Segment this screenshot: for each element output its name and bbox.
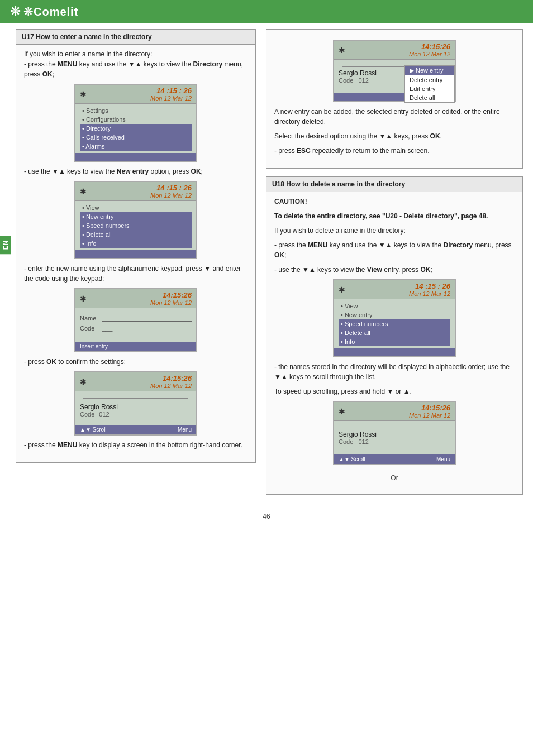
screen-u18-1-body: • View • New entry • Speed numbers • Del…	[334, 299, 455, 348]
u18-menu-speed: • Speed numbers	[339, 319, 450, 328]
screen-4-header: ✱ 14:15:26 Mon 12 Mar 12	[75, 372, 196, 391]
screen-4-footer: ▲▼ Scroll Menu	[75, 425, 196, 434]
screen-2: ✱ 14 :15 : 26 Mon 12 Mar 12 • View • New…	[74, 181, 197, 259]
screen-1-body: • Settings • Configurations • Directory …	[75, 104, 196, 153]
screen-3-header: ✱ 14:15:26 Mon 12 Mar 12	[75, 289, 196, 308]
u18-step1: - press the MENU key and use the ▼▲ keys…	[274, 240, 515, 260]
menu-alarms: • Alarms	[80, 142, 192, 151]
u18-menu-view: • View	[339, 302, 450, 310]
screen-4: ✱ 14:15:26 Mon 12 Mar 12 Sergio Rossi Co…	[74, 371, 197, 436]
u18-menu-new: • New entry	[339, 310, 450, 319]
section-u17: U17 How to enter a name in the directory…	[16, 29, 256, 463]
screen-3-body: Name Code ___	[75, 308, 196, 342]
screen-4-body: Sergio Rossi Code 012	[75, 391, 196, 425]
menu2-delete-all: • Delete all	[80, 230, 192, 239]
step3-para: - enter the new name using the alphanume…	[24, 264, 248, 284]
right-para1: A new entry can be added, the selected e…	[274, 107, 515, 127]
menu-settings: • Settings	[80, 106, 192, 115]
section-right-top: ✱ 14:15:26 Mon 12 Mar 12 Sergio Rossi	[266, 29, 523, 169]
right-column: ✱ 14:15:26 Mon 12 Mar 12 Sergio Rossi	[266, 29, 523, 503]
screen-with-menu: ✱ 14:15:26 Mon 12 Mar 12 Sergio Rossi	[333, 40, 456, 102]
menu-configurations: • Configurations	[80, 115, 192, 124]
menu2-speed-numbers: • Speed numbers	[80, 221, 192, 230]
screen-u18-1: ✱ 14 :15 : 26 Mon 12 Mar 12 • View • New…	[333, 279, 456, 357]
caution-title: CAUTION!	[274, 197, 515, 207]
screen-1: ✱ 14 :15 : 26 Mon 12 Mar 12 • Settings •…	[74, 84, 197, 162]
screen-menu-right: ✱ 14:15:26 Mon 12 Mar 12 Sergio Rossi	[333, 40, 456, 102]
menu2-view: • View	[80, 203, 192, 212]
u18-menu-info: • Info	[339, 337, 450, 346]
contact-info-right: Sergio Rossi Code 012	[339, 69, 377, 84]
menu2-info: • Info	[80, 239, 192, 248]
context-menu-right: ▶ New entry Delete entry Edit entry Dele…	[404, 65, 455, 103]
menu-calls: • Calls received	[80, 133, 192, 142]
screen-u18-2: ✱ 14:15:26 Mon 12 Mar 12 Sergio Rossi Co…	[333, 401, 456, 465]
section-u18: U18 How to delete a name in the director…	[266, 176, 523, 495]
u18-menu-delete-all: • Delete all	[339, 328, 450, 337]
screen-3: ✱ 14:15:26 Mon 12 Mar 12 Name Code	[74, 288, 197, 352]
screen-2-header: ✱ 14 :15 : 26 Mon 12 Mar 12	[75, 182, 196, 201]
screen-2-body: • View • New entry • Speed numbers • Del…	[75, 201, 196, 250]
caution-text: To delete the entire directory, see "U20…	[274, 211, 515, 221]
screen-1-header: ✱ 14 :15 : 26 Mon 12 Mar 12	[75, 85, 196, 104]
u18-step3: - the names stored in the directory will…	[274, 362, 515, 382]
menu2-new-entry: • New entry	[80, 212, 192, 221]
code-field-row: Code ___	[80, 325, 192, 332]
u18-step4: To speed up scrolling, press and hold ▼ …	[274, 386, 515, 396]
step4-para: - press OK to confirm the settings;	[24, 357, 248, 367]
step2-para: - use the ▼▲ keys to view the New entry …	[24, 166, 248, 176]
screen-1-star: ✱	[80, 90, 87, 99]
step5-para: - press the MENU key to display a screen…	[24, 440, 248, 450]
section-u17-title: U17 How to enter a name in the directory	[16, 30, 255, 45]
page-number: 46	[0, 508, 533, 525]
u18-intro: If you wish to delete a name in the dire…	[274, 226, 515, 236]
screen-1-time: 14 :15 : 26 Mon 12 Mar 12	[150, 87, 192, 102]
ctx-delete-all: Delete all	[405, 93, 454, 102]
header: ❊ ❊Comelit	[0, 0, 533, 23]
section-u18-title: U18 How to delete a name in the director…	[266, 177, 522, 192]
u18-step2: - use the ▼▲ keys to view the View entry…	[274, 265, 515, 275]
screen-3-footer: Insert entry	[75, 342, 196, 351]
logo-icon: ❊	[10, 4, 20, 19]
logo: ❊ ❊Comelit	[10, 4, 78, 19]
ctx-new-entry: ▶ New entry	[405, 66, 454, 75]
logo-name: ❊Comelit	[23, 5, 78, 18]
or-divider: Or	[274, 470, 515, 486]
screen-u18-2-body: Sergio Rossi Code 012	[334, 421, 455, 454]
right-para2: Select the desired option using the ▼▲ k…	[274, 131, 515, 141]
left-column: U17 How to enter a name in the directory…	[16, 29, 256, 503]
right-para3: - press ESC repeatedly to return to the …	[274, 146, 515, 156]
intro-para: If you wish to enter a name in the direc…	[24, 49, 248, 79]
name-field-row: Name	[80, 315, 192, 322]
menu-directory: • Directory	[80, 124, 192, 133]
screen-u18-2-footer: ▲▼ Scroll Menu	[334, 454, 455, 464]
screen-4-contact: Sergio Rossi Code 012	[80, 401, 192, 420]
ctx-delete-entry: Delete entry	[405, 75, 454, 84]
ctx-edit-entry: Edit entry	[405, 84, 454, 93]
